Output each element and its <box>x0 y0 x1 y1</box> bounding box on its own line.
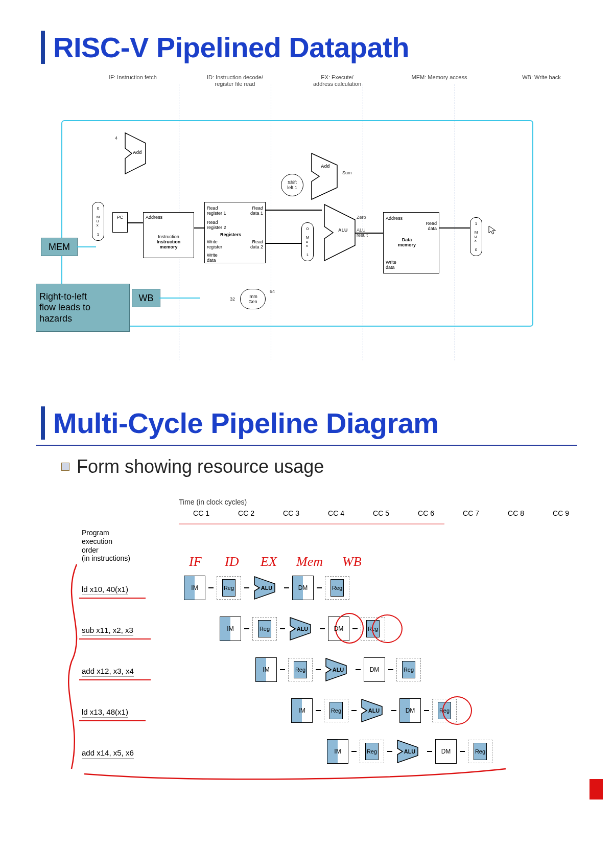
r1-im: IM <box>184 576 205 600</box>
conn <box>316 710 321 711</box>
dmem-write: Write data <box>386 260 396 270</box>
r1-dm: DM <box>292 576 314 600</box>
slide-datapath: RISC-V Pipelined Datapath IF: Instructio… <box>0 0 613 376</box>
imem-name: Instruction memory <box>146 239 192 249</box>
regfile-wreg: Write register <box>207 239 222 249</box>
stage-id-label: ID: Instruction decode/ register file re… <box>189 74 281 87</box>
stage-if-label: IF: Instruction fetch <box>87 74 179 87</box>
wb-mux-1: 1 <box>475 221 477 226</box>
r5-alu: ALU <box>395 738 424 765</box>
conn <box>284 587 289 588</box>
conn <box>320 628 325 629</box>
wire-pc-imem <box>128 222 143 223</box>
r3-reg2: Reg <box>396 658 421 681</box>
r1-alu: ALU <box>252 575 281 601</box>
imm-in-width: 32 <box>230 296 235 302</box>
pipe-row-1: IM Reg ALU DM Reg <box>184 575 349 601</box>
wb-mux-m: M u x <box>475 231 478 243</box>
red-circle-r4-reg <box>442 696 472 725</box>
imem-addr-label: Address <box>146 215 192 220</box>
hw-ex: EX <box>261 554 277 569</box>
pc-mux: 0 M u x 1 <box>92 202 104 241</box>
adder-branch-label: Add <box>321 164 330 169</box>
wire-imem-reg <box>194 227 204 229</box>
cc1: CC 1 <box>184 509 219 517</box>
alu-label: ALU <box>338 227 348 233</box>
conn <box>388 669 393 670</box>
conn <box>244 587 249 588</box>
r5-reg1: Reg <box>360 740 384 763</box>
red-under-1 <box>79 598 146 599</box>
r3-alu: ALU <box>324 656 352 683</box>
conn <box>460 751 465 752</box>
cycle-labels: CC 1 CC 2 CC 3 CC 4 CC 5 CC 6 CC 7 CC 8 … <box>184 509 578 517</box>
conn <box>317 587 322 588</box>
red-left-sketch <box>56 559 87 774</box>
r2-reg1: Reg <box>252 617 277 641</box>
slide2-title: Multi-Cycle Pipeline Diagram <box>53 406 598 440</box>
r4-im: IM <box>291 698 313 723</box>
mux-label: M u x <box>97 215 100 227</box>
red-under-2 <box>79 638 151 639</box>
stage-wb-label: WB: Write back <box>496 74 587 87</box>
conn <box>427 751 432 752</box>
instruction-memory: Address Instruction Instruction memory <box>143 212 194 258</box>
cc5: CC 5 <box>364 509 398 517</box>
slide1-title: RISC-V Pipelined Datapath <box>53 31 598 64</box>
regfile-read1: Read register 1 <box>207 205 226 216</box>
cc7: CC 7 <box>454 509 488 517</box>
svg-marker-3 <box>489 226 496 234</box>
pipeline-diagram: Time (in clock cycles) CC 1 CC 2 CC 3 CC… <box>51 498 562 784</box>
pipe-row-3: IM Reg ALU DM Reg <box>255 656 421 683</box>
instr-2: sub x11, x2, x3 <box>82 626 133 636</box>
mux-in0: 0 <box>97 206 99 211</box>
mux-in1: 1 <box>97 232 99 237</box>
stage-mem-label: MEM: Memory access <box>393 74 485 87</box>
pc4-const: 4 <box>115 135 117 141</box>
conn <box>208 587 214 588</box>
stage-ex-label: EX: Execute/ address calculation <box>291 74 383 87</box>
pc-block: PC <box>112 212 128 233</box>
alu-mux-m: M u x <box>306 236 310 248</box>
cc3: CC 3 <box>274 509 309 517</box>
instr-3: add x12, x3, x4 <box>82 667 134 677</box>
adder-pc4-label: Add <box>133 150 142 155</box>
regfile-read2: Read register 2 <box>207 220 226 230</box>
data-memory: Address Read data Data memory Write data <box>383 212 439 273</box>
hazard-note: Right-to-left flow leads to hazards <box>36 284 130 332</box>
r5-reg2: Reg <box>468 740 492 763</box>
register-file: Read register 1 Read data 1 Read registe… <box>204 202 266 263</box>
hw-if: IF <box>189 554 202 569</box>
r3-dm: DM <box>364 657 385 682</box>
wire-reg-alu1 <box>266 210 322 211</box>
pipe-row-4: IM Reg ALU DM Reg <box>291 697 457 724</box>
wb-mux: 1 M u x 0 <box>470 217 482 256</box>
regfile-name: Registers <box>220 232 241 237</box>
red-arc-cc <box>179 523 444 524</box>
red-under-4 <box>79 720 146 721</box>
wb-tag-box: WB <box>132 289 160 307</box>
hw-wb: WB <box>342 554 362 569</box>
cc9: CC 9 <box>544 509 578 517</box>
conn <box>387 751 392 752</box>
alu-mux-0: 0 <box>306 226 309 231</box>
conn <box>356 669 361 670</box>
adder-branch-sum: Sum <box>342 170 352 175</box>
wire-dmem-wbmux <box>439 227 470 229</box>
cc8: CC 8 <box>499 509 533 517</box>
instr-1: ld x10, 40(x1) <box>82 585 128 595</box>
shift-left-1: Shift left 1 <box>281 174 303 196</box>
r4-dm: DM <box>399 698 421 723</box>
dmem-name: Data memory <box>398 237 416 247</box>
mem-tag-line <box>77 246 96 247</box>
slide-multicycle: Multi-Cycle Pipeline Diagram Form showin… <box>0 391 613 805</box>
conn <box>280 669 285 670</box>
dmem-read: Read data <box>426 221 437 231</box>
r4-alu: ALU <box>360 697 388 724</box>
dmem-addr: Address <box>386 216 403 221</box>
wire-reg-mux2 <box>266 243 301 244</box>
adder-branch <box>309 151 345 202</box>
conn <box>244 628 249 629</box>
r4-reg1: Reg <box>324 699 348 722</box>
imm-gen: Imm Gen <box>240 289 266 309</box>
